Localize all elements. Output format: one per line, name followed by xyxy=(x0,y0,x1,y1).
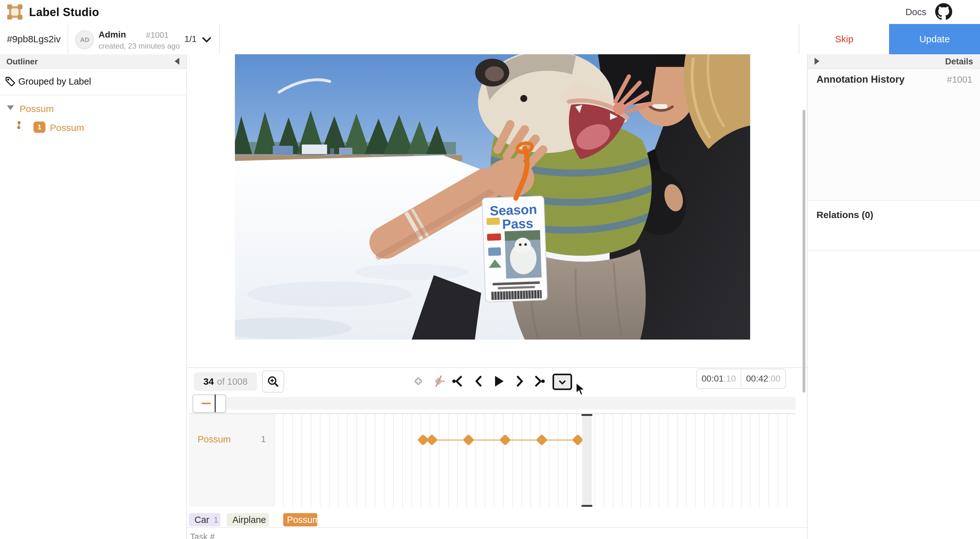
collapse-right-icon[interactable] xyxy=(815,58,819,65)
total-time: 00:42:00 xyxy=(741,369,785,388)
update-button[interactable]: Update xyxy=(889,24,980,54)
tag-icon xyxy=(5,76,15,86)
next-frame-button[interactable] xyxy=(511,374,527,389)
current-time[interactable]: 00:01:10 xyxy=(697,369,741,388)
season-pass-badge: Season Pass xyxy=(482,196,547,302)
keyframe-diamond[interactable] xyxy=(536,434,548,446)
label-name: Airplane xyxy=(232,515,266,525)
details-title: Details xyxy=(945,57,973,67)
annotator-name: Admin xyxy=(99,30,126,40)
outliner-title: Outliner xyxy=(6,57,38,67)
time-frames: :00 xyxy=(768,374,781,384)
divider xyxy=(219,24,220,54)
minimap-region-marker xyxy=(201,403,211,404)
label-name: Car xyxy=(194,515,209,525)
chevron-down-icon[interactable] xyxy=(202,33,212,43)
frame-counter[interactable]: 34 of 1008 xyxy=(194,372,257,391)
workspace: Season Pass xyxy=(187,54,807,539)
play-icon xyxy=(492,374,506,388)
badge-title-line2: Pass xyxy=(502,216,534,232)
avatar[interactable]: AD xyxy=(75,30,94,49)
total-frames: of 1008 xyxy=(217,377,248,387)
outliner-panel: Outliner Grouped by Label Possum 1 Possu… xyxy=(0,54,187,539)
time-main: 00:42 xyxy=(746,374,768,384)
annotation-id: #1001 xyxy=(146,30,169,40)
expander-icon[interactable] xyxy=(7,105,14,110)
collapse-left-icon[interactable] xyxy=(175,58,179,65)
grouping-selector[interactable]: Grouped by Label xyxy=(0,68,186,95)
zoom-in-button[interactable] xyxy=(262,370,284,393)
timeline-track-header[interactable]: Possum 1 xyxy=(189,413,274,507)
label-studio-app: Label Studio Docs #9pb8Lgs2iv AD Admin #… xyxy=(0,0,980,539)
timeline-minimap-track[interactable] xyxy=(194,397,795,410)
add-keyframe-button[interactable] xyxy=(410,374,426,389)
track-region-count: 1 xyxy=(261,434,266,444)
label-chip-airplane[interactable]: Airplane 2 xyxy=(227,513,269,526)
relations-title: Relations (0) xyxy=(816,210,873,220)
annotation-history-section xyxy=(808,69,980,200)
annotation-nav-bar: #9pb8Lgs2iv AD Admin #1001 created, 23 m… xyxy=(0,24,980,55)
keyframe-diamond[interactable] xyxy=(426,434,438,446)
video-content: Season Pass xyxy=(235,54,750,340)
keyframe-add-icon xyxy=(411,374,425,388)
label-studio-logo-icon xyxy=(7,4,23,20)
toggle-timeline-button[interactable] xyxy=(552,374,572,390)
annotation-history-id: #1001 xyxy=(947,75,972,85)
keyframe-diamond[interactable] xyxy=(463,434,474,446)
divider xyxy=(808,250,980,251)
keyframe-diamond[interactable] xyxy=(500,434,511,446)
annotation-pager: 1/1 xyxy=(185,34,197,44)
group-label: Possum xyxy=(19,103,54,114)
current-frame: 34 xyxy=(203,376,214,387)
next-keyframe-icon xyxy=(532,374,546,388)
keyframe-diamond[interactable] xyxy=(572,434,584,446)
prev-keyframe-icon xyxy=(451,374,465,388)
next-keyframe-button[interactable] xyxy=(531,374,547,389)
minimap-playhead[interactable] xyxy=(215,394,216,412)
timeline-grid[interactable] xyxy=(274,413,795,507)
divider xyxy=(187,367,807,368)
time-main: 00:01 xyxy=(702,374,724,384)
app-title: Label Studio xyxy=(29,6,99,19)
label-chip-possum[interactable]: Possum 3 xyxy=(283,513,317,526)
task-footer: Task # xyxy=(190,532,215,539)
grouping-label: Grouped by Label xyxy=(18,76,91,87)
chevron-left-icon xyxy=(472,374,486,388)
video-frame[interactable]: Season Pass xyxy=(235,54,750,340)
skip-button[interactable]: Skip xyxy=(799,24,889,54)
chevron-down-icon xyxy=(559,378,566,385)
timeline-seeker[interactable] xyxy=(582,414,592,507)
remove-keyframe-button[interactable] xyxy=(431,374,446,389)
magnifier-plus-icon xyxy=(267,375,279,388)
region-rect-icon xyxy=(18,122,19,129)
label-chip-car[interactable]: Car 1 xyxy=(189,513,220,526)
divider xyxy=(68,24,68,54)
annotation-history-title: Annotation History xyxy=(816,74,905,85)
divider xyxy=(187,527,807,528)
github-icon[interactable] xyxy=(935,3,952,21)
divider xyxy=(808,200,980,201)
region-index-badge: 1 xyxy=(33,121,46,133)
outliner-group-possum[interactable]: Possum xyxy=(0,99,186,118)
outliner-region-possum[interactable]: 1 Possum xyxy=(0,118,186,137)
region-label: Possum xyxy=(50,122,84,133)
time-frames: :10 xyxy=(724,374,736,384)
play-button[interactable] xyxy=(491,374,506,389)
scrollbar-thumb[interactable] xyxy=(803,110,805,393)
mouse-cursor xyxy=(575,383,587,396)
time-display: 00:01:10 00:42:00 xyxy=(696,369,786,389)
chevron-right-icon xyxy=(512,374,526,388)
prev-keyframe-button[interactable] xyxy=(450,374,466,389)
task-id[interactable]: #9pb8Lgs2iv xyxy=(0,24,68,54)
label-name: Possum xyxy=(287,515,317,525)
timeline-minimap-window[interactable] xyxy=(192,394,226,413)
details-header: Details xyxy=(808,54,980,69)
keyframe-cut-icon xyxy=(431,374,445,388)
details-panel: Details Annotation History #1001 Relatio… xyxy=(807,54,980,539)
label-hotkey: 1 xyxy=(214,515,218,525)
docs-link[interactable]: Docs xyxy=(905,7,926,17)
outliner-header: Outliner xyxy=(0,54,186,69)
annotation-created: created, 23 minutes ago xyxy=(99,42,180,51)
track-label: Possum xyxy=(198,434,231,445)
prev-frame-button[interactable] xyxy=(471,374,487,389)
